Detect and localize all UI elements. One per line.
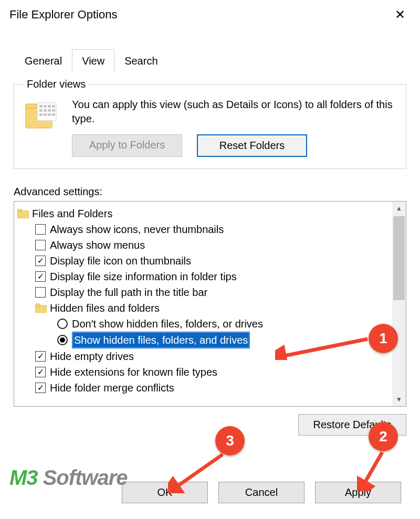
svg-line-21 [173, 454, 223, 489]
svg-rect-10 [52, 109, 55, 112]
close-icon[interactable]: ✕ [390, 5, 411, 24]
radio[interactable] [57, 335, 68, 345]
tree-item-label: Always show menus [50, 237, 145, 253]
radio-label: Show hidden files, folders, and drives [72, 332, 250, 348]
svg-rect-8 [44, 109, 47, 112]
svg-rect-6 [52, 105, 55, 108]
advanced-settings-tree: Files and Folders Always show icons, nev… [14, 201, 406, 407]
annotation-badge-2: 2 [369, 422, 398, 451]
svg-rect-3 [39, 105, 43, 108]
folder-views-group: Folder views You can apply this view (su… [14, 78, 406, 169]
annotation-arrow-2 [357, 450, 394, 491]
svg-line-19 [279, 339, 368, 357]
tree-item-label: Hide extensions for known file types [50, 364, 217, 380]
checkbox[interactable]: ✓ [35, 351, 46, 362]
folder-views-text: You can apply this view (such as Details… [72, 98, 396, 126]
radio-dont-show-hidden[interactable]: Don't show hidden files, folders, or dri… [17, 316, 390, 332]
tree-item[interactable]: ✓Display file icon on thumbnails [17, 253, 390, 269]
tree-item[interactable]: Always show menus [17, 237, 390, 253]
tab-strip: General View Search [0, 49, 420, 73]
svg-rect-11 [39, 113, 43, 116]
tree-item[interactable]: Always show icons, never thumbnails [17, 221, 390, 237]
reset-folders-button[interactable]: Reset Folders [197, 134, 307, 157]
checkbox[interactable]: ✓ [35, 383, 46, 393]
radio[interactable] [57, 319, 68, 329]
checkbox[interactable]: ✓ [35, 271, 46, 282]
tab-panel-view: Folder views You can apply this view (su… [9, 78, 411, 436]
tab-general[interactable]: General [15, 49, 72, 73]
checkbox[interactable] [35, 240, 46, 250]
tree-item-label: Display the full path in the title bar [50, 284, 207, 300]
svg-rect-18 [35, 304, 40, 306]
tree-item-label: Hide folder merge conflicts [50, 380, 174, 396]
scrollbar-vertical[interactable]: ▲ ▼ [392, 202, 406, 406]
tree-item[interactable]: ✓Hide extensions for known file types [17, 364, 390, 380]
folder-views-legend: Folder views [24, 78, 89, 90]
tree-item-label: Hide empty drives [50, 348, 134, 364]
dialog-window: File Explorer Options ✕ General View Sea… [0, 0, 420, 519]
tab-search[interactable]: Search [114, 49, 167, 73]
tree-group-label: Hidden files and folders [50, 300, 160, 316]
svg-rect-4 [44, 105, 47, 108]
title-bar: File Explorer Options ✕ [0, 0, 420, 30]
folder-views-icon [24, 98, 61, 135]
tab-view[interactable]: View [72, 49, 114, 73]
radio-label: Don't show hidden files, folders, or dri… [72, 316, 263, 332]
checkbox[interactable]: ✓ [35, 367, 46, 377]
checkbox[interactable]: ✓ [35, 256, 46, 266]
tree-item[interactable]: ✓Display file size information in folder… [17, 269, 390, 284]
cancel-button[interactable]: Cancel [218, 482, 304, 503]
tree-item-label: Display file size information in folder … [50, 269, 237, 284]
svg-rect-12 [44, 113, 47, 116]
tree-item[interactable]: Display the full path in the title bar [17, 284, 390, 300]
annotation-badge-1: 1 [369, 324, 398, 353]
advanced-settings-label: Advanced settings: [14, 186, 406, 198]
svg-rect-7 [39, 109, 43, 112]
checkbox[interactable] [35, 287, 46, 298]
folder-icon [17, 209, 29, 218]
tree-item-label: Display file icon on thumbnails [50, 253, 191, 269]
scroll-thumb[interactable] [393, 216, 405, 300]
tree-item-label: Always show icons, never thumbnails [50, 221, 224, 237]
svg-rect-14 [52, 113, 55, 116]
folder-icon [35, 303, 47, 313]
tree-group-hidden: Hidden files and folders [17, 300, 390, 316]
svg-rect-16 [17, 209, 22, 212]
tree-root-files-folders: Files and Folders [17, 206, 390, 221]
svg-rect-13 [48, 113, 51, 116]
scroll-up-icon[interactable]: ▲ [392, 202, 406, 215]
window-title: File Explorer Options [9, 8, 117, 22]
svg-rect-9 [48, 109, 51, 112]
apply-to-folders-button: Apply to Folders [72, 134, 182, 157]
tree-root-label: Files and Folders [32, 206, 112, 221]
watermark-logo: M3 Software [9, 466, 128, 490]
scroll-down-icon[interactable]: ▼ [392, 393, 406, 406]
svg-line-20 [362, 452, 382, 487]
checkbox[interactable] [35, 224, 46, 235]
annotation-arrow-1 [275, 334, 370, 360]
tree-item[interactable]: ✓Hide folder merge conflicts [17, 380, 390, 396]
annotation-arrow-3 [168, 452, 226, 493]
svg-rect-1 [26, 104, 37, 108]
svg-rect-5 [48, 105, 51, 108]
annotation-badge-3: 3 [215, 426, 245, 456]
